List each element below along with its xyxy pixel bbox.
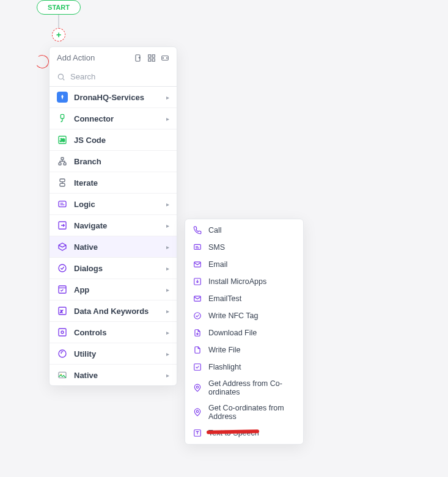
sms-icon bbox=[193, 242, 202, 252]
submenu-item-label: Install MicroApps bbox=[208, 277, 266, 286]
search-input[interactable] bbox=[70, 72, 173, 81]
chevron-right-icon: ▸ bbox=[166, 329, 169, 336]
submenu-item-email[interactable]: Email bbox=[185, 256, 303, 273]
jscode-icon: JS bbox=[57, 134, 68, 145]
dronahq-icon bbox=[57, 92, 68, 103]
svg-rect-18 bbox=[59, 286, 66, 293]
menu-item-native-2[interactable]: Native ▸ bbox=[50, 365, 177, 385]
menu-item-utility[interactable]: Utility ▸ bbox=[50, 343, 177, 365]
dialogs-icon bbox=[57, 263, 68, 274]
menu-title: Add Action bbox=[57, 53, 95, 62]
menu-item-logic[interactable]: Logic ▸ bbox=[50, 194, 177, 215]
submenu-item-write-nfc[interactable]: Write NFC Tag bbox=[185, 307, 303, 324]
chevron-right-icon: ▸ bbox=[166, 372, 169, 379]
svg-rect-31 bbox=[194, 364, 201, 371]
svg-point-6 bbox=[58, 74, 63, 79]
submenu-item-label: Write File bbox=[208, 346, 241, 354]
text-icon bbox=[193, 428, 202, 438]
chevron-right-icon: ▸ bbox=[166, 265, 169, 272]
chevron-right-icon: ▸ bbox=[166, 286, 169, 293]
menu-item-dialogs[interactable]: Dialogs ▸ bbox=[50, 258, 177, 279]
chevron-right-icon: ▸ bbox=[166, 201, 169, 208]
submenu-item-label: Call bbox=[208, 226, 222, 235]
svg-point-30 bbox=[194, 313, 201, 319]
menu-header: Add Action bbox=[50, 47, 177, 68]
menu-item-jscode[interactable]: JS JS Code bbox=[50, 129, 177, 151]
menu-item-data-keywords[interactable]: x Data And Keywords ▸ bbox=[50, 300, 177, 322]
reorder-icon[interactable] bbox=[161, 54, 169, 62]
menu-item-label: JS Code bbox=[74, 136, 169, 145]
submenu-item-label: Flashlight bbox=[208, 363, 241, 371]
svg-point-32 bbox=[196, 386, 199, 388]
start-label: START bbox=[48, 4, 70, 11]
menu-item-iterate[interactable]: Iterate bbox=[50, 172, 177, 194]
menu-item-connector[interactable]: Connector ▸ bbox=[50, 108, 177, 129]
native-icon bbox=[57, 241, 68, 252]
submenu-item-emailtest[interactable]: EmailTest bbox=[185, 290, 303, 307]
menu-item-label: Controls bbox=[74, 328, 160, 337]
submenu-item-call[interactable]: Call bbox=[185, 222, 303, 239]
svg-point-17 bbox=[59, 264, 66, 272]
chevron-right-icon: ▸ bbox=[166, 94, 169, 101]
file-icon bbox=[193, 345, 202, 355]
location-icon bbox=[193, 407, 202, 417]
svg-rect-21 bbox=[59, 329, 66, 336]
menu-item-label: Iterate bbox=[74, 178, 169, 188]
submenu-item-get-coordinates[interactable]: Get Co-ordinates from Address bbox=[185, 400, 303, 424]
menu-item-dronahq-services[interactable]: DronaHQ-Services ▸ bbox=[50, 87, 177, 108]
utility-icon bbox=[57, 348, 68, 359]
submenu-item-download-file[interactable]: Download File bbox=[185, 324, 303, 341]
logic-icon bbox=[57, 198, 68, 209]
menu-item-label: Dialogs bbox=[74, 264, 160, 273]
menu-item-label: Logic bbox=[74, 200, 160, 209]
app-icon bbox=[57, 284, 68, 295]
svg-rect-12 bbox=[64, 163, 66, 165]
svg-rect-11 bbox=[59, 163, 61, 165]
chevron-right-icon: ▸ bbox=[166, 244, 169, 250]
svg-text:JS: JS bbox=[60, 138, 65, 142]
add-node-button[interactable]: + bbox=[52, 28, 65, 42]
email-icon bbox=[193, 260, 202, 269]
paste-icon[interactable] bbox=[134, 54, 142, 62]
svg-point-23 bbox=[59, 350, 66, 357]
connector-icon bbox=[57, 113, 68, 124]
plus-icon: + bbox=[56, 30, 61, 40]
chevron-right-icon: ▸ bbox=[166, 222, 169, 229]
group-icon[interactable] bbox=[147, 54, 156, 62]
submenu-item-label: SMS bbox=[208, 243, 225, 252]
svg-text:x: x bbox=[60, 308, 63, 314]
chevron-right-icon: ▸ bbox=[166, 115, 169, 122]
menu-item-controls[interactable]: Controls ▸ bbox=[50, 322, 177, 343]
menu-item-branch[interactable]: Branch bbox=[50, 151, 177, 172]
menu-item-label: Utility bbox=[74, 349, 160, 359]
menu-item-navigate[interactable]: Navigate ▸ bbox=[50, 215, 177, 236]
menu-item-label: Native bbox=[74, 242, 160, 252]
submenu-item-flashlight[interactable]: Flashlight bbox=[185, 359, 303, 376]
keywords-icon: x bbox=[57, 305, 68, 316]
search-row bbox=[50, 68, 177, 87]
submenu-item-label: Get Address from Co-ordinates bbox=[208, 379, 296, 396]
menu-item-native[interactable]: Native ▸ bbox=[50, 236, 177, 258]
menu-item-app[interactable]: App ▸ bbox=[50, 279, 177, 300]
menu-item-label: Navigate bbox=[74, 221, 160, 230]
submenu-item-sms[interactable]: SMS bbox=[185, 239, 303, 256]
submenu-item-get-address[interactable]: Get Address from Co-ordinates bbox=[185, 376, 303, 400]
navigate-icon bbox=[57, 220, 68, 231]
svg-rect-15 bbox=[59, 201, 66, 206]
file-download-icon bbox=[193, 328, 202, 338]
pending-node-indicator bbox=[34, 54, 50, 69]
svg-rect-4 bbox=[152, 59, 155, 61]
submenu-item-write-file[interactable]: Write File bbox=[185, 341, 303, 359]
menu-item-label: Connector bbox=[74, 114, 160, 123]
svg-rect-13 bbox=[60, 179, 65, 182]
svg-rect-2 bbox=[152, 54, 155, 57]
image-icon bbox=[57, 370, 68, 381]
flashlight-icon bbox=[193, 362, 202, 372]
add-action-menu: Add Action DronaHQ-Services ▸ bbox=[49, 46, 177, 386]
submenu-item-label: Get Co-ordinates from Address bbox=[208, 404, 296, 421]
menu-item-label: Branch bbox=[74, 157, 169, 166]
search-icon bbox=[57, 73, 65, 81]
submenu-item-label: Write NFC Tag bbox=[208, 311, 259, 320]
start-node[interactable]: START bbox=[37, 0, 81, 15]
submenu-item-install-microapps[interactable]: Install MicroApps bbox=[185, 273, 303, 290]
